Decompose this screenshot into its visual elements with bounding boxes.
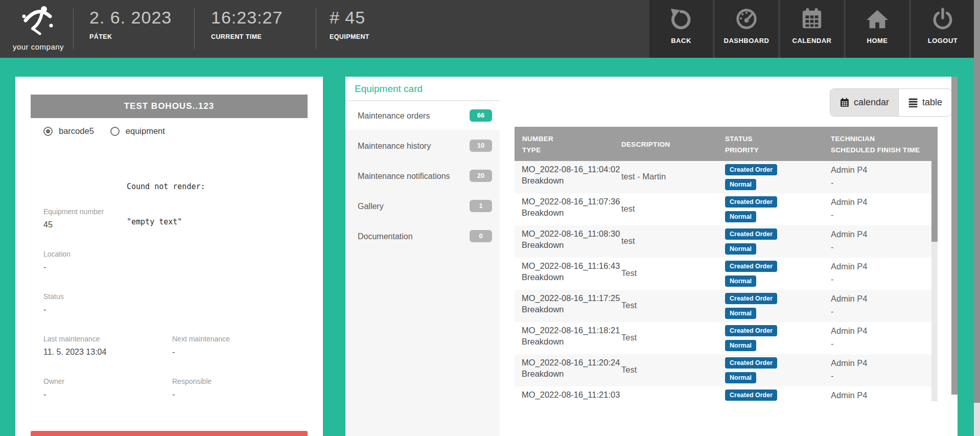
company-logo-icon	[17, 4, 59, 38]
th-line1: NUMBER	[522, 133, 553, 145]
cell-type: Breakdown	[522, 272, 564, 282]
calendar-toggle-icon	[839, 98, 850, 108]
table-row[interactable]: MO_2022-08-16_11:18:21 Breakdown Test Cr…	[515, 322, 938, 354]
field-value: -	[43, 305, 299, 314]
nav-item-logout[interactable]: LOGOUT	[911, 0, 974, 58]
header-time-block: 16:23:27 CURRENT TIME	[211, 7, 283, 40]
page-scrollbar-thumb[interactable]	[974, 0, 980, 403]
cell-technician: Admin P4	[831, 294, 868, 304]
seg-label: calendar	[854, 97, 889, 108]
view-toggle-segment[interactable]: calendar	[830, 89, 899, 116]
priority-badge: Normal	[725, 308, 756, 319]
logo-text: your company	[5, 42, 72, 51]
cell-number: MO_2022-08-16_11:08:30	[522, 229, 620, 239]
company-logo: your company	[5, 3, 72, 56]
cell-technician: Admin P4	[831, 358, 868, 368]
nav-item-calendar[interactable]: CALENDAR	[780, 0, 844, 58]
header-date-block: 2. 6. 2023 PÁTEK	[89, 7, 172, 40]
maintenance-orders-table: NUMBER TYPE DESCRIPTION STATUS PRIORITY …	[515, 127, 938, 401]
cell-technician: Admin P4	[831, 230, 868, 239]
menu-item[interactable]: Maintenance history 10	[345, 131, 500, 160]
menu-item-count-badge: 1	[470, 200, 492, 212]
th-line1: STATUS	[725, 133, 759, 145]
nav-label: DASHBOARD	[724, 37, 769, 44]
cell-technician: Admin P4	[831, 326, 868, 336]
menu-item-count-badge: 10	[470, 140, 492, 152]
status-badge: Created Order	[725, 164, 777, 175]
table-row[interactable]: MO_2022-08-16_11:17:25 Breakdown Test Cr…	[515, 290, 938, 322]
equipment-card-menu: Equipment card Maintenance orders 66 Mai…	[345, 77, 500, 436]
column-header: DESCRIPTION	[621, 127, 670, 150]
field-value: -	[172, 390, 299, 399]
cell-type: Breakdown	[522, 369, 564, 379]
back-icon	[669, 7, 693, 31]
field-label: Next maintenance	[172, 335, 299, 343]
table-toggle-icon	[908, 98, 918, 108]
report-malfunction-button[interactable]	[31, 431, 308, 436]
th-line2: TYPE	[522, 145, 553, 156]
radio-circle-icon	[110, 127, 120, 136]
menu-item[interactable]: Documentation 0	[345, 222, 500, 250]
view-toggle-segment[interactable]: table	[899, 89, 951, 116]
view-toggle: calendar table	[830, 88, 952, 117]
priority-badge: Normal	[725, 243, 756, 255]
cell-number: MO_2022-08-16_11:07:36	[522, 197, 620, 206]
table-row[interactable]: MO_2022-08-16_11:16:43 Breakdown Test Cr…	[515, 258, 938, 290]
panel-scrollbar[interactable]	[951, 77, 958, 395]
equipment-title-bar: TEST BOHOUS..123	[31, 95, 308, 118]
page-scrollbar[interactable]	[974, 0, 980, 436]
table-header-row: NUMBER TYPE DESCRIPTION STATUS PRIORITY …	[515, 127, 938, 161]
menu-item[interactable]: Gallery 1	[345, 192, 500, 220]
status-badge: Created Order	[725, 389, 777, 401]
menu-item-label: Maintenance orders	[358, 111, 430, 121]
column-header: NUMBER TYPE	[522, 127, 553, 156]
current-date: 2. 6. 2023	[89, 7, 172, 28]
table-row[interactable]: MO_2022-08-16_11:04:02 Breakdown test - …	[515, 161, 938, 193]
radio-option[interactable]: equipment	[110, 126, 165, 136]
nav-item-back[interactable]: BACK	[649, 0, 713, 58]
table-row[interactable]: MO_2022-08-16_11:21:03 Created Order Adm…	[515, 386, 938, 401]
cell-technician: Admin P4	[831, 197, 868, 207]
cell-description: Test	[621, 333, 637, 342]
cell-description: Test	[621, 301, 637, 310]
cell-description: test - Martin	[621, 172, 666, 181]
home-icon	[866, 7, 889, 31]
table-scrollbar[interactable]	[931, 161, 938, 401]
menu-item[interactable]: Maintenance notifications 20	[345, 162, 500, 190]
radio-label: barcode5	[59, 126, 94, 136]
menu-item-label: Gallery	[358, 202, 384, 211]
equipment-fields: Equipment number 45 Location - Status - …	[43, 208, 299, 401]
cell-number: MO_2022-08-16_11:20:24	[522, 358, 620, 368]
table-body: MO_2022-08-16_11:04:02 Breakdown test - …	[515, 161, 938, 401]
table-row[interactable]: MO_2022-08-16_11:07:36 Breakdown test Cr…	[515, 193, 938, 225]
table-row[interactable]: MO_2022-08-16_11:08:30 Breakdown test Cr…	[515, 225, 938, 258]
barcode-radio-group: barcode5 equipment	[43, 126, 165, 136]
field-label: Owner	[43, 377, 172, 385]
table-scrollbar-thumb[interactable]	[931, 161, 938, 242]
status-badge: Created Order	[725, 357, 777, 369]
table-row[interactable]: MO_2022-08-16_11:20:24 Breakdown Test Cr…	[515, 354, 938, 386]
current-time-label: CURRENT TIME	[211, 33, 283, 40]
cell-finish-time: -	[831, 339, 834, 349]
menu-item[interactable]: Maintenance orders 66	[345, 101, 500, 130]
field: Last maintenance 11. 5. 2023 13:04	[43, 335, 172, 359]
radio-option[interactable]: barcode5	[43, 126, 94, 136]
equipment-card-title: Equipment card	[345, 77, 500, 101]
render-error-line1: Cound not render:	[127, 181, 205, 193]
field: Responsible -	[172, 377, 299, 401]
field-label: Last maintenance	[43, 335, 172, 343]
cell-type: Breakdown	[522, 176, 564, 186]
menu-item-count-badge: 20	[470, 170, 492, 182]
current-time: 16:23:27	[211, 7, 283, 28]
radio-label: equipment	[126, 126, 165, 136]
status-badge: Created Order	[725, 261, 777, 272]
cell-type: Breakdown	[522, 208, 564, 218]
nav-item-home[interactable]: HOME	[846, 0, 909, 58]
nav-item-dashboard[interactable]: DASHBOARD	[715, 0, 778, 58]
status-badge: Created Order	[725, 325, 777, 336]
seg-label: table	[922, 97, 942, 108]
field-label: Status	[43, 292, 299, 301]
weekday-label: PÁTEK	[89, 33, 172, 40]
status-badge: Created Order	[725, 228, 777, 240]
cell-technician: Admin P4	[831, 391, 868, 400]
